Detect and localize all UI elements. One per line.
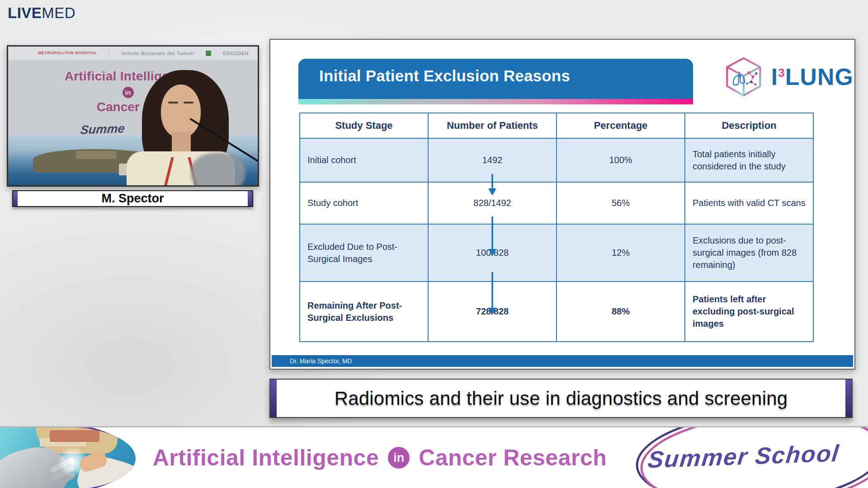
name-plate-end-cap [13, 191, 18, 206]
table-row: Study cohort828/149256%Patients with val… [300, 182, 813, 224]
backdrop-sponsor-logos: METROPOLITAN HOSPITAL Istituto Nazionale… [8, 47, 258, 60]
livemed-logo-live: LIVE [8, 5, 42, 21]
table-cell: 88% [557, 282, 685, 342]
table-header-cell: Number of Patients [428, 113, 557, 138]
green-logo-mark [206, 51, 211, 56]
banner-title-right: Cancer Research [419, 445, 607, 471]
speaker-face [161, 84, 201, 138]
i3lung-wordmark: I3LUNG [771, 63, 854, 90]
podium-microphone [191, 153, 245, 187]
table-header-cell: Description [685, 113, 813, 138]
lecture-bar-end-cap [845, 380, 852, 417]
flow-arrow-icon [486, 174, 499, 196]
table-header-cell: Study Stage [300, 113, 428, 138]
title-gradient-strip [298, 99, 693, 104]
table-cell: Remaining After Post-Surgical Exclusions [300, 282, 428, 342]
table-cell: Total patients initially considered in t… [685, 138, 813, 182]
lecture-bar-end-cap [270, 380, 277, 417]
slide-author-credit: Dr. Maria Spector, MD [272, 357, 352, 365]
table-row: Initial cohort1492100%Total patients ini… [300, 138, 813, 182]
table-cell: 56% [557, 182, 685, 224]
banner-in-badge: in [388, 447, 410, 469]
table-cell: 100% [557, 138, 685, 182]
banner-artwork-image [0, 427, 136, 488]
i3lung-logo: I3LUNG [722, 52, 854, 102]
conference-banner: Artificial Intelligence in Cancer Resear… [0, 426, 868, 488]
backdrop-in-badge: in [123, 87, 134, 98]
lecture-title-bar: Radiomics and their use in diagnostics a… [269, 379, 853, 418]
table-cell: 12% [557, 224, 685, 282]
flow-arrow-icon [486, 272, 499, 315]
banner-title: Artificial Intelligence in Cancer Resear… [136, 427, 624, 488]
livestream-page: LIVEMED METROPOLITAN HOSPITAL Istituto N… [0, 0, 868, 488]
i3lung-cube-icon [722, 53, 765, 100]
table-cell: Excluded Due to Post-Surgical Images [300, 224, 428, 282]
dresden-logo: DRESDEN [223, 51, 249, 56]
slide-title: Initial Patient Exclusion Reasons [319, 67, 570, 85]
speaker-video-feed: METROPOLITAN HOSPITAL Istituto Nazionale… [7, 45, 259, 187]
logo-divider [109, 49, 109, 58]
metropolitan-hospital-logo: METROPOLITAN HOSPITAL [38, 51, 97, 56]
flow-arrow-icon [486, 216, 499, 256]
exclusion-table-wrap: Study StageNumber of PatientsPercentageD… [299, 113, 814, 342]
table-cell: Study cohort [300, 182, 428, 224]
slide-title-bar: Initial Patient Exclusion Reasons [298, 59, 693, 99]
table-row: Remaining After Post-Surgical Exclusions… [300, 282, 813, 342]
table-header-cell: Percentage [557, 113, 685, 138]
slide-footer-bar: Dr. Maria Spector, MD [272, 355, 853, 367]
exclusion-table: Study StageNumber of PatientsPercentageD… [299, 113, 814, 342]
livemed-logo-med: MED [42, 5, 75, 21]
speaker-name: M. Spector [101, 192, 164, 206]
banner-title-left: Artificial Intelligence [153, 445, 379, 471]
lecture-title: Radiomics and their use in diagnostics a… [335, 388, 788, 409]
fortress-shape [76, 151, 117, 159]
table-cell: Patients with valid CT scans [685, 182, 813, 224]
istituto-tumori-logo: Istituto Nazionale dei Tumori [121, 51, 194, 56]
table-row: Excluded Due to Post-Surgical Images100/… [300, 224, 813, 282]
speaker-name-plate: M. Spector [12, 190, 253, 207]
backdrop-summer-script: Summe [80, 122, 125, 137]
table-cell: Exclusions due to post-surgical images (… [685, 224, 813, 282]
speaker-eye-left [168, 102, 178, 103]
table-header-row: Study StageNumber of PatientsPercentageD… [300, 113, 813, 138]
table-cell: Initial cohort [300, 138, 428, 182]
livemed-logo: LIVEMED [8, 5, 75, 22]
presentation-slide: Initial Patient Exclusion Reasons [269, 39, 855, 370]
speaker-eye-right [184, 102, 193, 103]
name-plate-end-cap [248, 191, 252, 206]
table-cell: Patients left after excluding post-surgi… [685, 282, 813, 342]
